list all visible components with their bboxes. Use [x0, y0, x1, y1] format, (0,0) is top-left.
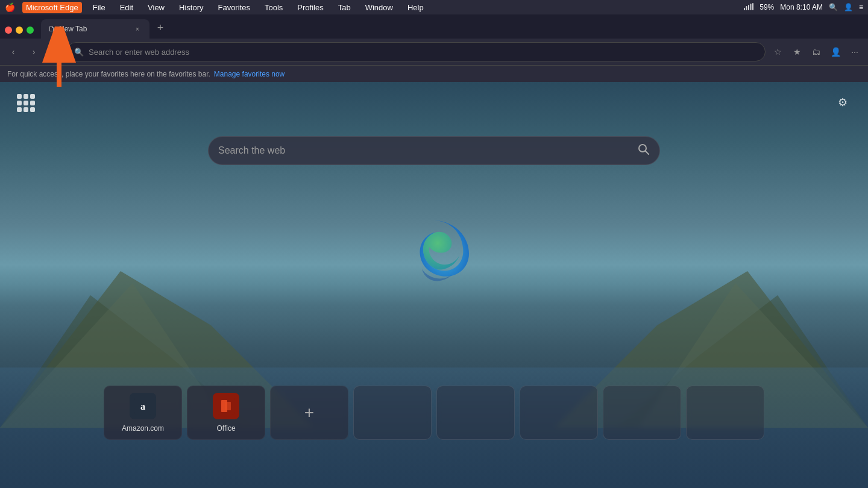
profile-button[interactable]: 👤	[827, 43, 844, 60]
grid-dot	[30, 101, 35, 105]
menu-bar: 🍎 Microsoft Edge File Edit View History …	[0, 0, 868, 14]
menu-favorites[interactable]: Favorites	[214, 2, 253, 13]
svg-rect-4	[752, 3, 753, 10]
battery-indicator: 59%	[760, 3, 774, 11]
menu-microsoft-edge[interactable]: Microsoft Edge	[22, 2, 82, 13]
grid-dot	[17, 107, 22, 112]
quick-links: a Amazon.com Office +	[104, 386, 764, 440]
window-minimize[interactable]	[16, 27, 23, 34]
grid-dot	[24, 101, 28, 105]
network-icon	[744, 3, 753, 12]
address-input[interactable]	[89, 48, 758, 57]
search-bar[interactable]	[208, 136, 660, 165]
office-label: Office	[216, 424, 235, 433]
svg-rect-1	[746, 6, 747, 10]
menu-view[interactable]: View	[144, 2, 168, 13]
tab-bar: 🗋 New Tab × +	[0, 14, 868, 39]
address-bar[interactable]: 🔍	[66, 42, 766, 61]
new-tab-page: ⚙	[0, 82, 868, 488]
svg-rect-3	[750, 4, 752, 10]
window-maximize[interactable]	[27, 27, 34, 34]
tab-close-button[interactable]: ×	[133, 24, 142, 34]
window-close[interactable]	[5, 27, 12, 34]
svg-rect-19	[225, 402, 231, 410]
grid-dot	[17, 94, 22, 99]
menu-window[interactable]: Window	[362, 2, 397, 13]
menu-tab[interactable]: Tab	[335, 2, 354, 13]
svg-rect-2	[748, 5, 749, 10]
manage-favorites-link[interactable]: Manage favorites now	[214, 70, 285, 78]
menu-history[interactable]: History	[175, 2, 207, 13]
controls-icon[interactable]: ≡	[859, 3, 863, 11]
nav-bar: ‹ › ↻ 🔍 ☆ ★ 🗂 👤 ···	[0, 39, 868, 65]
clock: Mon 8:10 AM	[780, 3, 823, 11]
nav-actions: ☆ ★ 🗂 👤 ···	[769, 43, 863, 60]
apple-menu[interactable]: 🍎	[5, 2, 15, 12]
svg-line-14	[646, 151, 649, 154]
grid-dot	[30, 107, 35, 112]
quick-link-empty-4[interactable]	[603, 386, 681, 440]
quick-link-empty-1[interactable]	[353, 386, 432, 440]
window-controls	[5, 27, 34, 34]
menu-tools[interactable]: Tools	[261, 2, 286, 13]
grid-dot	[30, 94, 35, 99]
search-menu-icon[interactable]: 🔍	[829, 3, 838, 11]
quick-link-empty-3[interactable]	[520, 386, 598, 440]
search-submit-icon[interactable]	[638, 143, 650, 158]
menu-file[interactable]: File	[89, 2, 109, 13]
office-icon	[213, 393, 239, 419]
favorites-star-button[interactable]: ☆	[769, 43, 786, 60]
grid-dot	[17, 101, 22, 105]
search-input[interactable]	[218, 145, 632, 156]
quick-link-empty-2[interactable]	[436, 386, 515, 440]
browser-essentials-button[interactable]: 🗂	[808, 43, 825, 60]
user-icon[interactable]: 👤	[844, 3, 853, 11]
quick-link-amazon[interactable]: a Amazon.com	[104, 386, 182, 440]
menu-profiles[interactable]: Profiles	[294, 2, 327, 13]
svg-rect-0	[744, 8, 745, 10]
menu-bar-right: 59% Mon 8:10 AM 🔍 👤 ≡	[744, 3, 863, 12]
new-tab-button[interactable]: +	[152, 19, 169, 36]
amazon-icon: a	[130, 393, 156, 419]
grid-dot	[24, 107, 28, 112]
search-container	[208, 136, 660, 165]
amazon-label: Amazon.com	[122, 424, 164, 433]
edge-logo	[398, 214, 470, 287]
apps-button[interactable]	[14, 92, 36, 113]
favorites-bar-message: For quick access, place your favorites h…	[7, 70, 210, 78]
quick-link-add[interactable]: +	[270, 386, 348, 440]
grid-dot	[24, 94, 28, 99]
forward-button[interactable]: ›	[25, 43, 42, 60]
favorites-bar: For quick access, place your favorites h…	[0, 65, 868, 82]
menu-edit[interactable]: Edit	[116, 2, 137, 13]
more-button[interactable]: ···	[846, 43, 863, 60]
menu-help[interactable]: Help	[404, 2, 427, 13]
page-controls: ⚙	[14, 92, 854, 113]
add-icon: +	[296, 399, 322, 426]
quick-link-office[interactable]: Office	[187, 386, 265, 440]
svg-text:a: a	[140, 401, 145, 411]
quick-link-empty-5[interactable]	[686, 386, 764, 440]
svg-point-13	[639, 145, 646, 152]
back-button[interactable]: ‹	[5, 43, 22, 60]
collections-star-button[interactable]: ★	[788, 43, 805, 60]
page-settings-button[interactable]: ⚙	[832, 92, 854, 113]
